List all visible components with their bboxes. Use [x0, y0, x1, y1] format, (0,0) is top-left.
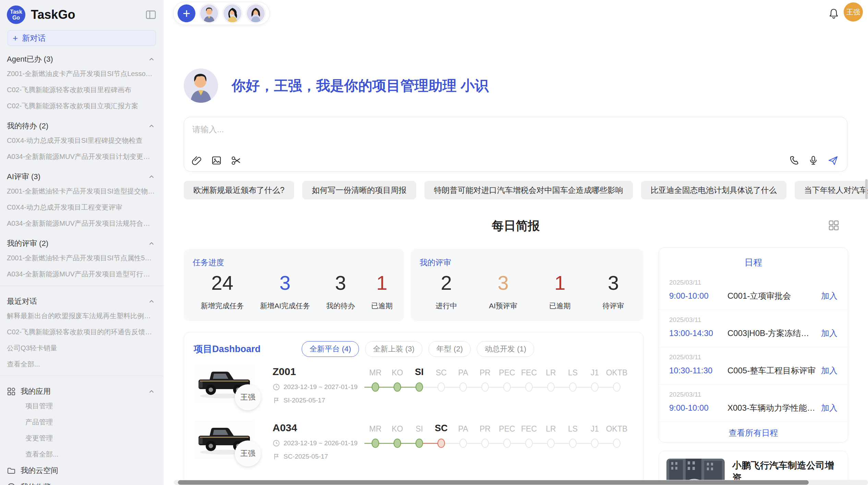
sidebar-item-cloud-space[interactable]: 我的云空间 [0, 462, 164, 479]
milestone-dot[interactable] [547, 439, 555, 448]
chevron-up-icon[interactable] [148, 240, 155, 247]
sidebar-list-item[interactable]: Z001-全新燃油轻卡产品开发项目SI造型提交物评审 [0, 183, 164, 199]
dashboard-filter-pill[interactable]: 全新平台 (4) [302, 341, 359, 357]
section-header[interactable]: 我的评审 (2) [0, 232, 164, 250]
milestone-dot[interactable] [613, 439, 620, 448]
section-header[interactable]: AI评审 (3) [0, 165, 164, 183]
view-all-schedule-link[interactable]: 查看所有日程 [659, 427, 848, 438]
suggestion-chip[interactable]: 特朗普可能对进口汽车增税会对中国车企造成哪些影响 [424, 181, 633, 199]
milestone: LR [540, 364, 562, 412]
sidebar-list-item[interactable]: C0X4-动力总成开发项目SI里程碑提交物检查 [0, 133, 164, 149]
user-avatar[interactable]: 王强 [844, 2, 863, 22]
project-row[interactable]: 王强 A034 2023-12-19 ~ 2026-01-19 SC-2025-… [184, 414, 643, 471]
horizontal-scrollbar-track[interactable] [174, 480, 868, 485]
dashboard-filter-pill[interactable]: 全新上装 (3) [365, 341, 422, 357]
milestone-dot[interactable] [569, 439, 577, 448]
sidebar-list-item[interactable]: C02-飞腾新能源轻客改款项目的闭环通告反馈情况 [0, 324, 164, 340]
section-header[interactable]: Agent已办 (3) [0, 47, 164, 66]
horizontal-scrollbar-thumb[interactable] [178, 480, 809, 485]
milestone-dot[interactable] [459, 439, 467, 448]
milestone-dot[interactable] [569, 383, 577, 392]
milestone-dot[interactable] [503, 439, 511, 448]
sidebar-list-item[interactable]: Z001-全新燃油轻卡产品开发项目SI节点属性5D文件评审 [0, 250, 164, 266]
milestone-dot-area [562, 436, 584, 451]
milestone-dot[interactable] [372, 439, 379, 448]
project-row[interactable]: 王强 Z001 2023-12-19 ~ 2027-01-19 SI-2025-… [184, 358, 643, 414]
dashboard-filter-pill[interactable]: 年型 (2) [429, 341, 471, 357]
chevron-up-icon[interactable] [148, 388, 155, 395]
app-sub-item[interactable]: 产品管理 [0, 414, 164, 430]
sidebar-list-item[interactable]: 公司Q3轻卡销量 [0, 340, 164, 356]
chevron-up-icon[interactable] [148, 122, 155, 130]
milestone-dot[interactable] [591, 439, 599, 448]
sidebar-list-item[interactable]: A034-全新新能源MUV产品开发项目法规符合性评审 [0, 215, 164, 232]
join-meeting-link[interactable]: 加入 [821, 365, 837, 376]
app-sub-item[interactable]: 变更管理 [0, 430, 164, 446]
milestone-dot[interactable] [394, 439, 401, 448]
milestone-dot-area [518, 436, 540, 451]
vertical-scrollbar-thumb[interactable] [865, 179, 868, 199]
image-upload-icon[interactable] [211, 155, 222, 166]
notification-bell-icon[interactable] [828, 8, 840, 19]
milestone-dot-area [364, 436, 386, 451]
milestone-dot[interactable] [415, 383, 423, 392]
join-meeting-link[interactable]: 加入 [821, 328, 837, 339]
milestone-dot[interactable] [547, 383, 555, 392]
stat-item: 1 已逾期 [549, 269, 571, 311]
new-chat-button[interactable]: + 新对话 [8, 30, 156, 46]
my-apps-header[interactable]: 我的应用 [0, 380, 164, 398]
sidebar-list-item[interactable]: C0X4-动力总成开发项目工程变更评审 [0, 199, 164, 215]
app-sub-item[interactable]: 项目管理 [0, 398, 164, 414]
milestone: OKTB [606, 364, 628, 412]
screenshot-scissors-icon[interactable] [231, 155, 241, 166]
milestone-dot[interactable] [503, 383, 511, 392]
recent-chats-header[interactable]: 最近对话 [0, 289, 164, 308]
agent-avatar-2[interactable] [223, 4, 242, 23]
sidebar-list-item[interactable]: A034-全新新能源MUV产品开发项目造型可行性评审 [0, 266, 164, 282]
milestone-dot[interactable] [437, 383, 445, 392]
suggestion-chip[interactable]: 当下年轻人对汽车外观有怎样的喜好趋势 [795, 181, 868, 199]
app-sub-item[interactable]: 查看全部... [0, 446, 164, 462]
milestone-dot[interactable] [525, 383, 533, 392]
sidebar-list-item[interactable]: A034-全新新能源MUV产品开发项目计划变更表编写 [0, 149, 164, 165]
dashboard-filter-pill[interactable]: 动总开发 (1) [477, 341, 534, 357]
agent-avatar-1[interactable] [200, 4, 219, 23]
chat-composer[interactable]: 请输入... [184, 117, 847, 172]
milestone-dot[interactable] [481, 383, 489, 392]
milestone-dot[interactable] [591, 383, 599, 392]
stat-value: 3 [335, 271, 346, 294]
chevron-up-icon[interactable] [148, 173, 155, 181]
section-header[interactable]: 我的待办 (2) [0, 114, 164, 133]
milestone-dot[interactable] [415, 439, 423, 448]
add-agent-button[interactable]: + [178, 4, 195, 22]
milestone-dot[interactable] [613, 383, 620, 392]
send-icon[interactable] [828, 155, 838, 166]
sidebar-collapse-icon[interactable] [145, 9, 157, 21]
milestone-dot[interactable] [459, 383, 467, 392]
agent-avatar-3[interactable] [246, 4, 265, 23]
attach-icon[interactable] [192, 155, 202, 166]
sidebar: Task Go TaskGo + 新对话 Agent已办 (3) Z001-全新… [0, 0, 164, 485]
sidebar-list-item[interactable]: Z001-全新燃油皮卡产品开发项目SI节点Lesson Learn报告 [0, 66, 164, 82]
suggestion-chip[interactable]: 比亚迪全固态电池计划具体说了什么 [641, 181, 786, 199]
join-meeting-link[interactable]: 加入 [821, 290, 837, 301]
milestone-dot[interactable] [525, 439, 533, 448]
sidebar-item-favorites[interactable]: 我的收藏 [0, 479, 164, 485]
milestone-dot[interactable] [394, 383, 401, 392]
chevron-up-icon[interactable] [148, 55, 155, 63]
chevron-up-icon[interactable] [148, 298, 155, 305]
join-meeting-link[interactable]: 加入 [821, 402, 837, 413]
suggestion-chip[interactable]: 欧洲新规最近颁布了什么? [184, 181, 294, 199]
suggestion-chip[interactable]: 如何写一份清晰的项目周报 [302, 181, 416, 199]
microphone-icon[interactable] [808, 155, 819, 166]
sidebar-list-item[interactable]: C02-飞腾新能源轻客改款项目立项汇报方案 [0, 98, 164, 114]
star-badge-icon [7, 483, 16, 485]
phone-call-icon[interactable] [788, 155, 799, 166]
milestone-dot[interactable] [481, 439, 489, 448]
sidebar-list-item[interactable]: 解释最新出台的欧盟报废车法规再生塑料比例被调至15%... [0, 308, 164, 324]
sidebar-list-item[interactable]: 查看全部... [0, 356, 164, 372]
layout-grid-icon[interactable] [828, 219, 840, 232]
milestone-dot[interactable] [372, 383, 379, 392]
sidebar-list-item[interactable]: C02-飞腾新能源轻客改款项目里程碑画布 [0, 82, 164, 98]
milestone-dot[interactable] [437, 439, 445, 448]
